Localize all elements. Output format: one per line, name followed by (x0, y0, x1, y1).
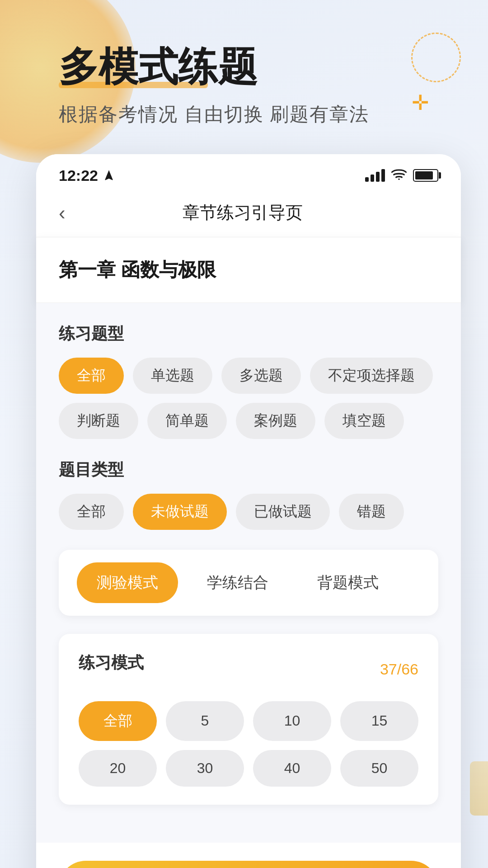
num-40[interactable]: 40 (253, 750, 331, 787)
chapter-header: 第一章 函数与极限 (36, 237, 461, 303)
nav-bar: ‹ 章节练习引导页 (36, 192, 461, 237)
pill-single[interactable]: 单选题 (133, 358, 212, 394)
question-type-label: 练习题型 (59, 323, 438, 345)
pill-fill[interactable]: 填空题 (324, 403, 404, 439)
num-10[interactable]: 10 (253, 701, 331, 741)
pill-judge[interactable]: 判断题 (59, 403, 138, 439)
navigation-icon (103, 169, 115, 182)
svg-point-0 (398, 178, 399, 179)
num-20[interactable]: 20 (79, 750, 157, 787)
mode-test[interactable]: 测验模式 (77, 562, 178, 603)
chapter-title: 第一章 函数与极限 (59, 257, 438, 283)
num-50[interactable]: 50 (340, 750, 418, 787)
status-icons (365, 168, 438, 184)
signal-icon (365, 169, 385, 182)
num-5[interactable]: 5 (166, 701, 244, 741)
question-type-section: 练习题型 全部 单选题 多选题 不定项选择题 判断题 简单题 案例题 填空题 (59, 323, 438, 439)
practice-mode-label: 练习模式 (79, 652, 144, 674)
pill-case[interactable]: 案例题 (236, 403, 315, 439)
pill-cat-wrong[interactable]: 错题 (339, 494, 404, 530)
content-area: 练习题型 全部 单选题 多选题 不定项选择题 判断题 简单题 案例题 填空题 题… (36, 303, 461, 843)
pill-uncertain[interactable]: 不定项选择题 (310, 358, 433, 394)
pill-cat-all[interactable]: 全部 (59, 494, 124, 530)
main-title: 多模式练题 (59, 45, 258, 89)
back-button[interactable]: ‹ (59, 200, 75, 226)
mode-selector: 测验模式 学练结合 背题模式 (59, 550, 438, 616)
battery-icon (413, 169, 438, 182)
start-btn-wrapper: 开始答题 (36, 843, 461, 868)
num-30[interactable]: 30 (166, 750, 244, 787)
phone-mockup: 12:22 ‹ 章节练 (36, 154, 461, 868)
number-grid: 全部 5 10 15 20 30 40 50 (79, 701, 418, 787)
pill-cat-undone[interactable]: 未做试题 (133, 494, 227, 530)
pill-multi[interactable]: 多选题 (221, 358, 301, 394)
mode-study[interactable]: 学练结合 (187, 562, 288, 603)
question-category-pills: 全部 未做试题 已做试题 错题 (59, 494, 438, 530)
pill-cat-done[interactable]: 已做试题 (236, 494, 330, 530)
wifi-icon (391, 168, 407, 184)
practice-count: 37/66 (380, 660, 418, 678)
question-category-section: 题目类型 全部 未做试题 已做试题 错题 (59, 459, 438, 530)
pill-simple[interactable]: 简单题 (147, 403, 227, 439)
question-type-pills: 全部 单选题 多选题 不定项选择题 判断题 简单题 案例题 填空题 (59, 358, 438, 439)
start-button[interactable]: 开始答题 (59, 861, 438, 868)
right-decoration (470, 761, 488, 816)
status-bar: 12:22 (36, 154, 461, 192)
num-15[interactable]: 15 (340, 701, 418, 741)
subtitle: 根据备考情况 自由切换 刷题有章法 (59, 102, 447, 127)
question-category-label: 题目类型 (59, 459, 438, 481)
practice-mode-section: 练习模式 37/66 全部 5 10 15 20 30 40 50 (59, 634, 438, 805)
header-area: 多模式练题 根据备考情况 自由切换 刷题有章法 (0, 0, 488, 145)
mode-back[interactable]: 背题模式 (297, 562, 399, 603)
nav-title: 章节练习引导页 (75, 201, 411, 224)
pill-all-type[interactable]: 全部 (59, 358, 124, 394)
status-time: 12:22 (59, 167, 115, 184)
practice-header: 练习模式 37/66 (79, 652, 418, 687)
num-all[interactable]: 全部 (79, 701, 157, 741)
